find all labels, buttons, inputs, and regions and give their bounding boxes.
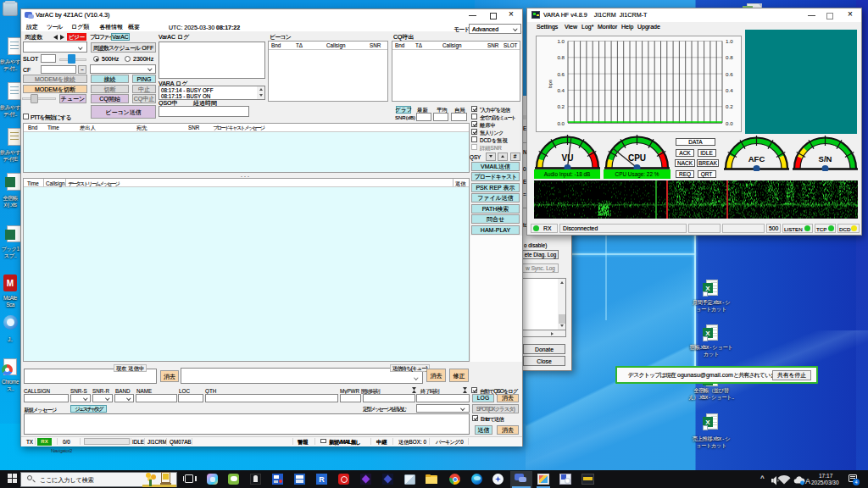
svg-text:CPU: CPU	[628, 153, 646, 163]
svg-text:VU: VU	[562, 153, 574, 163]
svg-text:0.0: 0.0	[726, 120, 733, 126]
svg-text:0.6: 0.6	[557, 71, 565, 77]
svg-text:0.2: 0.2	[726, 103, 733, 109]
svg-text:bps: bps	[547, 80, 553, 88]
svg-text:0.4: 0.4	[726, 87, 733, 93]
svg-text:1.0: 1.0	[726, 38, 733, 44]
svg-text:0.2: 0.2	[557, 103, 565, 109]
svg-text:A: A	[805, 477, 810, 485]
svg-text:AFC: AFC	[748, 154, 765, 164]
svg-text:1.0: 1.0	[557, 38, 565, 44]
svg-text:S/N: S/N	[819, 154, 832, 164]
svg-text:0.8: 0.8	[557, 54, 565, 60]
svg-text:0.8: 0.8	[726, 54, 733, 60]
svg-text:0.6: 0.6	[726, 71, 733, 77]
svg-text:0.0: 0.0	[557, 120, 565, 126]
svg-text:0.4: 0.4	[557, 87, 565, 93]
